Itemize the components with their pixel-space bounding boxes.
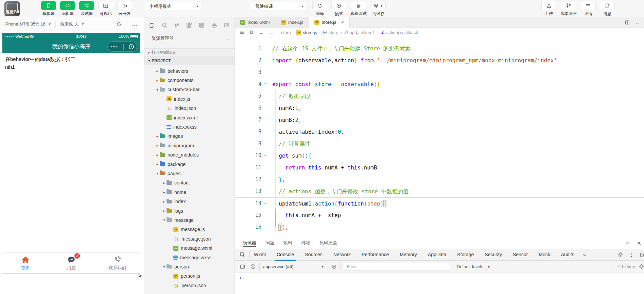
mode-button-云开发[interactable]: 云开发 xyxy=(117,1,132,17)
inspect-element-icon[interactable] xyxy=(240,252,245,258)
close-tab-icon[interactable]: × xyxy=(341,20,344,25)
devtools-tab-AppData[interactable]: AppData xyxy=(428,249,446,261)
split-editor-icon[interactable] xyxy=(625,20,630,25)
nav-forward-icon[interactable]: → xyxy=(268,30,274,35)
log-levels-dropdown[interactable]: Default levels ▼ xyxy=(457,264,490,269)
breadcrumb-item[interactable]: JSstore.js xyxy=(296,30,317,35)
toolbar-button-详情[interactable]: 详情 xyxy=(581,1,596,17)
mode-button-调试器[interactable]: 调试器 xyxy=(79,1,94,17)
mode-select-dropdown[interactable]: 小程序模式 ▼ xyxy=(145,2,202,11)
tree-item-node_modules[interactable]: ▸node_modules xyxy=(144,150,234,160)
tree-item-home[interactable]: ▸home xyxy=(144,187,234,197)
action-button-预览[interactable]: 预览 xyxy=(331,1,346,17)
nav-back-icon[interactable]: ← xyxy=(259,30,264,35)
branch-icon[interactable] xyxy=(174,22,179,28)
devtools-settings-icon[interactable] xyxy=(617,252,623,258)
user-avatar[interactable]: 迅捷Gif xyxy=(4,1,20,16)
simulator-refresh-icon[interactable] xyxy=(116,21,122,27)
outline-list-icon[interactable] xyxy=(240,30,244,35)
panel-tab-问题[interactable]: 问题 xyxy=(265,237,274,249)
editor-more-button[interactable]: … xyxy=(636,19,641,26)
tree-item-message[interactable]: ▾message xyxy=(144,215,234,225)
toolbar-button-上传[interactable]: 上传 xyxy=(541,1,556,17)
fold-chevron-icon[interactable]: › xyxy=(259,154,271,157)
fold-chevron-icon[interactable]: › xyxy=(259,83,271,85)
save-icon[interactable] xyxy=(198,22,205,28)
devtools-tab-Audits[interactable]: Audits xyxy=(561,249,574,261)
tree-item-pages[interactable]: ▾pages xyxy=(144,169,234,178)
phone-tab-联系我们[interactable]: 联系我们 xyxy=(94,255,140,271)
tree-item-message.wxml[interactable]: <>message.wxml xyxy=(144,243,234,252)
collapse-panel-icon[interactable] xyxy=(625,241,630,246)
tree-item-index[interactable]: ▸index xyxy=(144,197,234,206)
action-button-编译[interactable]: 编译 xyxy=(312,1,327,17)
open-editors-section[interactable]: ▸ 打开的编辑器 xyxy=(144,48,234,56)
close-panel-icon[interactable] xyxy=(637,241,642,246)
bookmark-icon[interactable] xyxy=(249,30,254,35)
code-editor[interactable]: 1// 在这个 JS 文件中，专门来创建 Store 的实例对象2import … xyxy=(235,37,644,237)
devtools-tab-Network[interactable]: Network xyxy=(333,249,351,261)
editor-tab-index.wxml[interactable]: <>index.wxml xyxy=(235,17,275,27)
tree-item-logs[interactable]: ▸logs xyxy=(144,206,234,215)
devtools-tab-Sensor[interactable]: Sensor xyxy=(513,249,528,261)
tree-item-behaviors[interactable]: ▸behaviors xyxy=(144,66,234,76)
panel-tab-输出[interactable]: 输出 xyxy=(283,237,292,249)
blocks-icon[interactable] xyxy=(186,22,192,28)
devtools-tab-Performance[interactable]: Performance xyxy=(362,249,389,261)
tree-item-contact[interactable]: ▸contact xyxy=(144,178,234,187)
toolbar-button-消息[interactable]: 消息 xyxy=(600,1,615,17)
tree-item-index.wxml[interactable]: <>index.wxml xyxy=(144,113,234,122)
tree-item-package[interactable]: ▸package xyxy=(144,160,234,169)
breadcrumb-item[interactable]: action() callback xyxy=(380,30,418,35)
tree-item-message.js[interactable]: JSmessage.js xyxy=(144,225,234,234)
simulator-more-button[interactable]: … xyxy=(132,21,138,27)
tree-item-index.js[interactable]: JSindex.js xyxy=(144,94,234,103)
console-output[interactable]: › xyxy=(235,273,644,294)
docker-icon[interactable] xyxy=(211,22,217,28)
devtools-tab-Security[interactable]: Security xyxy=(485,249,502,261)
tree-item-message.json[interactable]: {..}message.json xyxy=(144,234,234,243)
hot-reload-dropdown[interactable]: 热重载 关 ▼ xyxy=(60,21,85,27)
phone-tab-消息[interactable]: 3消息 xyxy=(48,255,94,271)
tree-item-miniprogram[interactable]: ▸miniprogram xyxy=(144,141,234,150)
editor-tab-store.js[interactable]: JSstore.js× xyxy=(309,17,350,28)
capsule-menu[interactable]: ●●● xyxy=(107,42,137,52)
console-sidebar-toggle-icon[interactable] xyxy=(240,264,245,270)
search-icon[interactable] xyxy=(161,22,168,28)
panel-collapse-handle[interactable]: > xyxy=(138,273,142,279)
console-filter-input[interactable] xyxy=(344,263,449,271)
more-tabs-icon[interactable]: » xyxy=(583,252,586,258)
filter-settings-icon[interactable] xyxy=(639,264,644,270)
more-menu-icon[interactable]: ●●● xyxy=(110,45,118,48)
devtools-kebab-icon[interactable] xyxy=(629,252,634,258)
devtools-tab-Mock[interactable]: Mock xyxy=(539,249,550,261)
device-select-dropdown[interactable]: iPhone 6/7/8 85% 16 ▼ xyxy=(4,21,51,27)
tree-item-images[interactable]: ▸images xyxy=(144,132,234,141)
devtools-tab-Sources[interactable]: Sources xyxy=(305,249,322,261)
fold-chevron-icon[interactable]: › xyxy=(259,202,271,205)
tree-item-person.js[interactable]: JSperson.js xyxy=(144,272,234,281)
dockleft-icon[interactable] xyxy=(224,22,230,28)
execution-context-dropdown[interactable]: appservice (#4) ▼ xyxy=(263,264,324,269)
explorer-more-button[interactable]: … xyxy=(225,36,230,41)
files-icon[interactable] xyxy=(149,22,155,28)
breadcrumb-item[interactable]: store xyxy=(323,30,338,35)
action-button-清缓存[interactable]: ▼清缓存 xyxy=(371,1,386,17)
tree-item-message.wxss[interactable]: message.wxss xyxy=(144,253,234,262)
tree-item-custom-tab-bar[interactable]: ▾custom-tab-bar xyxy=(144,85,234,94)
devtools-tab-Memory[interactable]: Memory xyxy=(400,249,417,261)
action-button-真机调试[interactable]: 真机调试 xyxy=(350,1,367,17)
panel-tab-代码质量[interactable]: 代码质量 xyxy=(319,237,337,249)
tree-item-person.json[interactable]: {..}person.json xyxy=(144,281,234,290)
devtools-tab-Storage[interactable]: Storage xyxy=(457,249,474,261)
project-section[interactable]: ▾ PROJECT xyxy=(144,56,234,65)
editor-tab-index.js[interactable]: JSindex.js xyxy=(275,17,309,27)
tree-item-components[interactable]: ▸components xyxy=(144,76,234,85)
mode-button-可视化[interactable]: 可视化 xyxy=(98,1,113,17)
minimize-icon[interactable] xyxy=(129,44,134,49)
mode-button-编辑器[interactable]: 编辑器 xyxy=(60,1,75,17)
phone-tab-首页[interactable]: 首页 xyxy=(2,255,48,271)
dock-side-icon[interactable] xyxy=(640,252,644,258)
devtools-tab-Console[interactable]: Console xyxy=(277,249,294,261)
tree-item-person[interactable]: ▾person xyxy=(144,262,234,271)
